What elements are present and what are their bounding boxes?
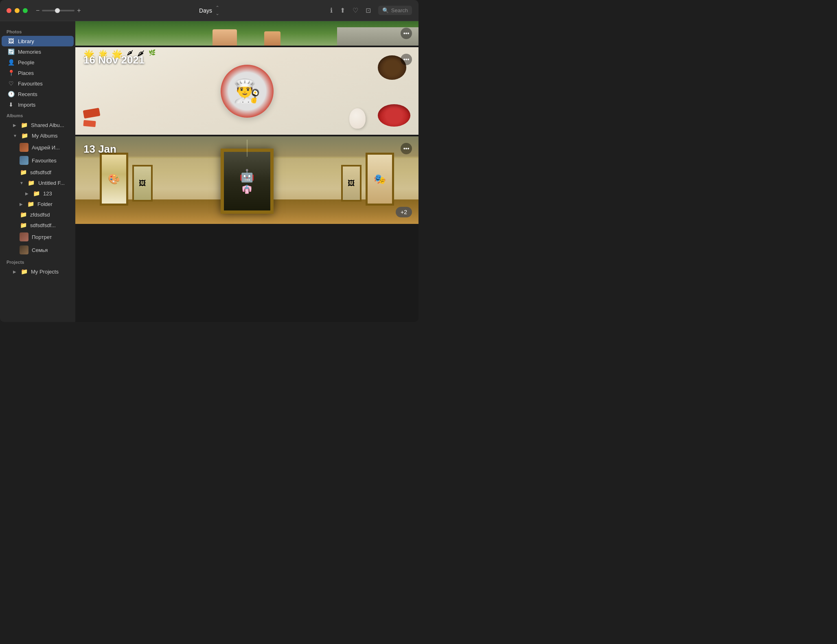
- sidebar-label-semya: Семья: [32, 247, 48, 253]
- info-icon[interactable]: ℹ: [330, 7, 333, 14]
- sidebar-item-untitled-folder[interactable]: ▼ 📁 Untitled F...: [2, 177, 74, 188]
- my-projects-arrow: ▶: [13, 269, 16, 274]
- center-painting: 🤖 👘: [221, 149, 274, 214]
- traffic-lights: [7, 8, 28, 13]
- crop-icon[interactable]: ⊡: [366, 7, 371, 14]
- titlebar-controls: ℹ ⬆ ♡ ⊡ 🔍 Search: [330, 6, 412, 15]
- sidebar-item-people[interactable]: 👤 People: [2, 57, 74, 68]
- sidebar-section-albums: Albums: [0, 110, 75, 120]
- sidebar-label-my-albums: My Albums: [32, 133, 58, 139]
- sidebar-label-sdfsdfsdf: sdfsdfsdf: [30, 169, 51, 175]
- sdfsdfsdf-icon: 📁: [20, 169, 27, 175]
- sidebar-label-sdfsdfsdf2: sdfsdfsdf...: [30, 222, 56, 228]
- right-painting-1: 🎭: [366, 153, 394, 206]
- sidebar-item-recents[interactable]: 🕐 Recents: [2, 89, 74, 99]
- sdfsdfsdf2-icon: 📁: [20, 222, 27, 228]
- more-button-nov2021[interactable]: •••: [401, 54, 412, 65]
- memories-icon: 🔄: [7, 48, 15, 55]
- search-icon: 🔍: [382, 7, 389, 13]
- sidebar-label-andrey: Андрей И...: [32, 145, 60, 151]
- 123-icon: 📁: [33, 190, 40, 197]
- sidebar-label-untitled-folder: Untitled F...: [38, 180, 65, 186]
- main-layout: Photos 🖼 Library 🔄 Memories 👤 People 📍 P…: [0, 21, 418, 322]
- sidebar-item-my-albums[interactable]: ▼ 📁 My Albums: [2, 130, 74, 141]
- recents-icon: 🕐: [7, 91, 15, 97]
- photo-top-image: [75, 21, 418, 46]
- sidebar-section-photos: Photos: [0, 26, 75, 36]
- sidebar-label-zfdsdfsd: zfdsdfsd: [30, 212, 50, 218]
- sidebar-item-shared-albums[interactable]: ▶ 📁 Shared Albu...: [2, 120, 74, 130]
- sidebar-item-imports[interactable]: ⬇ Imports: [2, 99, 74, 110]
- sidebar-item-123[interactable]: ▶ 📁 123: [2, 188, 74, 199]
- sidebar-label-123: 123: [43, 191, 52, 197]
- berry-bowl: [378, 104, 410, 127]
- content-area: ••• 16 Nov 2021 ••• 🌟 🌟: [75, 21, 418, 322]
- sidebar-item-andrey[interactable]: Андрей И...: [2, 141, 74, 154]
- photo-date-nov2021: 16 Nov 2021: [83, 54, 145, 66]
- more-button-jan[interactable]: •••: [401, 143, 412, 154]
- folder-arrow: ▶: [20, 202, 23, 206]
- titlebar-center: Days ⌃⌄: [199, 5, 219, 16]
- egg: [349, 108, 366, 129]
- zfdsdfsd-icon: 📁: [20, 211, 27, 218]
- left-painting-2: 🖼: [132, 165, 153, 202]
- heart-icon[interactable]: ♡: [353, 7, 358, 14]
- sidebar-label-favourites: Favourites: [18, 81, 43, 87]
- zoom-slider[interactable]: [42, 10, 74, 11]
- my-albums-icon: 📁: [21, 132, 28, 139]
- places-icon: 📍: [7, 70, 15, 76]
- titlebar: − + Days ⌃⌄ ℹ ⬆ ♡ ⊡ 🔍 Search: [0, 0, 418, 21]
- andrey-thumb: [20, 143, 28, 152]
- sidebar-item-library[interactable]: 🖼 Library: [2, 36, 74, 46]
- zoom-minus[interactable]: −: [36, 7, 39, 14]
- untitled-folder-icon: 📁: [28, 180, 35, 186]
- portret-thumb: [20, 232, 28, 241]
- sidebar-item-sdfsdfsdf[interactable]: 📁 sdfsdfsdf: [2, 167, 74, 177]
- sidebar-label-shared-albums: Shared Albu...: [31, 122, 64, 128]
- people-icon: 👤: [7, 59, 15, 66]
- sidebar: Photos 🖼 Library 🔄 Memories 👤 People 📍 P…: [0, 21, 75, 322]
- right-painting-2: 🖼: [341, 165, 362, 202]
- more-button-top[interactable]: •••: [401, 28, 412, 39]
- sidebar-label-folder: Folder: [37, 201, 53, 207]
- favourites-album-thumb: [20, 156, 28, 165]
- sidebar-section-projects: Projects: [0, 256, 75, 266]
- photo-group-nov2021: 16 Nov 2021 ••• 🌟 🌟 🌟 🌶 🌶 🌿: [75, 47, 418, 135]
- photo-museum-image: 🎨 🖼 🤖 👘 🖼 🎭: [75, 136, 418, 224]
- sidebar-label-library: Library: [18, 38, 34, 44]
- close-button[interactable]: [7, 8, 11, 13]
- shared-albums-arrow: ▶: [13, 123, 16, 127]
- library-icon: 🖼: [7, 38, 15, 44]
- photo-group-jan: 13 Jan ••• 🎨 🖼 🤖 �: [75, 136, 418, 224]
- imports-icon: ⬇: [7, 101, 15, 108]
- photo-date-jan: 13 Jan: [83, 143, 116, 156]
- view-mode-label: Days: [199, 7, 212, 14]
- sidebar-item-zfdsdfsd[interactable]: 📁 zfdsdfsd: [2, 209, 74, 220]
- sidebar-item-portret[interactable]: Портрет: [2, 230, 74, 243]
- share-icon[interactable]: ⬆: [340, 7, 345, 14]
- fullscreen-button[interactable]: [23, 8, 28, 13]
- sidebar-item-my-projects[interactable]: ▶ 📁 My Projects: [2, 266, 74, 277]
- sidebar-item-folder[interactable]: ▶ 📁 Folder: [2, 199, 74, 209]
- sidebar-item-memories[interactable]: 🔄 Memories: [2, 46, 74, 57]
- left-painting-1: 🎨: [100, 153, 128, 206]
- my-albums-arrow: ▼: [13, 134, 17, 138]
- sidebar-label-my-projects: My Projects: [31, 269, 59, 275]
- photo-count-badge: +2: [396, 207, 412, 217]
- zoom-plus[interactable]: +: [77, 7, 81, 14]
- favourites-icon: ♡: [7, 80, 15, 87]
- sidebar-item-favourites-album[interactable]: Favourites: [2, 154, 74, 167]
- sidebar-item-favourites[interactable]: ♡ Favourites: [2, 78, 74, 89]
- semya-thumb: [20, 245, 28, 254]
- sidebar-label-places: Places: [18, 70, 34, 76]
- sidebar-item-semya[interactable]: Семья: [2, 243, 74, 256]
- minimize-button[interactable]: [15, 8, 20, 13]
- sidebar-label-favourites-album: Favourites: [32, 158, 57, 164]
- sidebar-label-recents: Recents: [18, 91, 37, 97]
- view-mode-chevron[interactable]: ⌃⌄: [215, 5, 219, 16]
- sidebar-item-sdfsdfsdf2[interactable]: 📁 sdfsdfsdf...: [2, 220, 74, 230]
- sidebar-item-places[interactable]: 📍 Places: [2, 68, 74, 78]
- search-label: Search: [391, 7, 408, 13]
- search-box[interactable]: 🔍 Search: [378, 6, 412, 15]
- 123-arrow: ▶: [25, 191, 28, 196]
